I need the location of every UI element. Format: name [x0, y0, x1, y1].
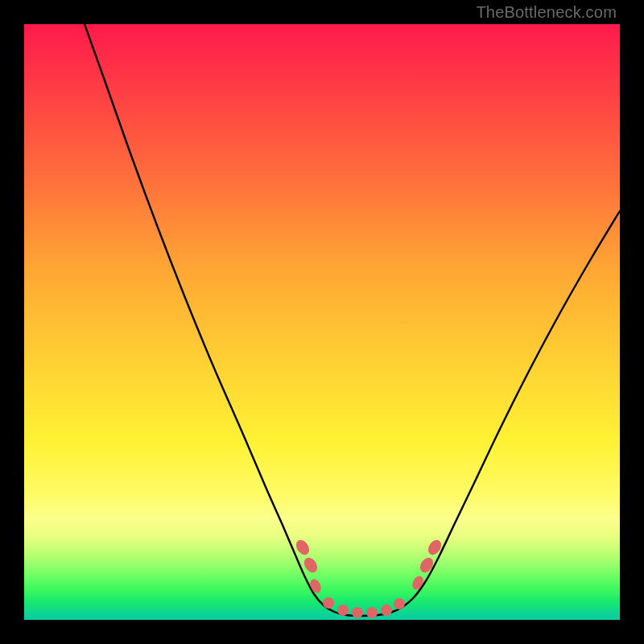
curve-marker	[366, 607, 378, 618]
bottleneck-markers	[294, 538, 444, 618]
curve-marker	[323, 597, 334, 609]
curve-marker	[418, 555, 436, 575]
curve-marker	[302, 555, 320, 575]
bottleneck-curve	[85, 24, 620, 616]
chart-svg	[24, 24, 620, 620]
curve-marker	[381, 605, 392, 616]
curve-marker	[394, 598, 405, 609]
chart-frame	[24, 24, 620, 620]
curve-marker	[352, 607, 363, 618]
attribution-label: TheBottleneck.com	[476, 3, 617, 22]
curve-marker	[294, 538, 312, 557]
curve-marker	[337, 605, 349, 616]
curve-marker	[410, 574, 425, 592]
